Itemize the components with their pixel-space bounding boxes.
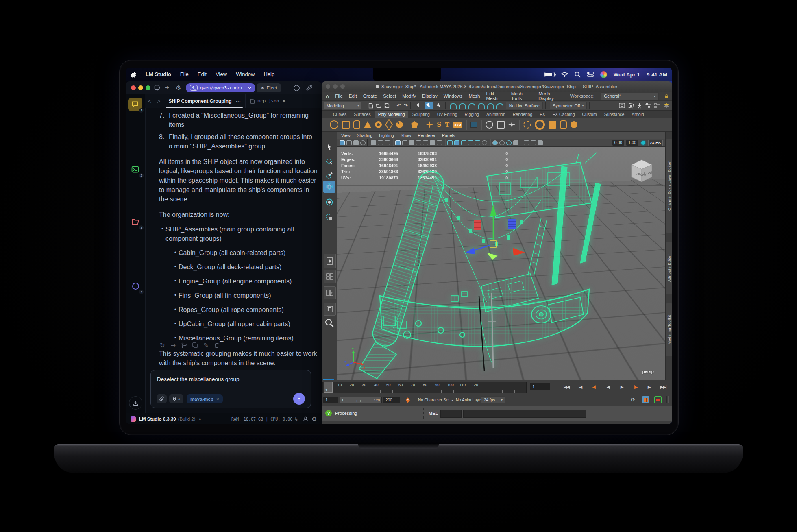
shelf-tab-poly-modeling[interactable]: Poly Modeling [375,111,408,118]
resolution-gate-icon[interactable] [409,140,414,145]
range-slider-handle[interactable]: 1⋮⋮120 [340,397,381,403]
menubar-item-edit[interactable]: Edit [198,68,207,81]
time-slider[interactable]: 0 10 20 30 40 50 60 70 80 90 100 110 120 [322,380,672,394]
layout-outliner-button[interactable] [324,303,336,316]
live-surface-field[interactable]: No Live Surface [506,102,543,109]
poly-torus-icon[interactable] [375,121,382,128]
maya-menu-file[interactable]: File [335,94,343,98]
poly-type-icon[interactable]: T [445,121,450,128]
mel-result-field[interactable] [463,410,586,418]
shelf-tab-arnold[interactable]: Arnold [628,111,647,118]
oversize-canvas-icon[interactable] [385,140,390,145]
move-tool[interactable] [323,181,335,193]
shelf-tab-uv-editing[interactable]: UV Editing [434,111,461,118]
character-icon[interactable] [637,103,642,109]
panel-menu-show[interactable]: Show [401,133,411,138]
maya-menu-windows[interactable]: Windows [444,94,463,98]
render-current-frame-icon[interactable] [628,103,634,109]
color-management-toggle-icon[interactable] [640,140,646,146]
helpline-divider[interactable] [423,408,424,419]
platonic-solid-icon[interactable] [411,121,418,128]
branch-icon[interactable] [181,342,187,348]
select-object-mode-icon[interactable] [425,102,433,109]
current-frame-field[interactable]: 1 [530,383,550,390]
menubar-item-file[interactable]: File [180,68,189,81]
new-scene-icon[interactable] [368,103,373,109]
chevron-up-icon[interactable]: ∧ [199,417,202,421]
step-forward-key-button[interactable]: |▶ [630,382,641,391]
tab-channel-box-layer-editor[interactable]: Channel Box / Layer Editor [666,139,672,233]
go-to-start-button[interactable]: |◀◀ [561,382,572,391]
layout-four-pane-button[interactable] [324,270,336,283]
playback-loop-icon[interactable]: ⟳ [631,397,635,403]
paint-select-tool[interactable] [323,169,335,181]
shadows-toggle-icon[interactable] [492,140,498,145]
menubar-item-help[interactable]: Help [263,68,274,81]
step-back-key-button[interactable]: ◀| [588,382,600,391]
tab-mcp-json[interactable]: mcp.json × [246,94,291,108]
sidebar-item-developer[interactable]: 2 [128,163,142,177]
scale-tool[interactable] [323,211,335,224]
shelf-tab-fx[interactable]: FX [536,111,548,118]
tab-menu-icon[interactable]: ⋯ [235,98,240,104]
tab-modeling-toolkit[interactable]: Modeling Toolkit [666,303,672,356]
mcp-plug-button[interactable]: ∧ [169,394,183,403]
isolate-select-icon[interactable] [524,140,529,145]
layout-single-pane-button[interactable] [324,254,336,268]
shelf-tab-rigging[interactable]: Rigging [461,111,482,118]
animation-start-field[interactable]: 1 [323,397,338,403]
maya-menu-mesh-display[interactable]: Mesh Display [538,91,564,101]
grid-toggle-icon[interactable] [395,140,401,145]
chat-input-field[interactable]: Deselect the miscellaneous group [157,376,240,382]
character-set-dropdown[interactable]: No Character Set [418,397,453,404]
menubar-app-icon[interactable] [600,71,607,78]
maya-menu-mesh[interactable]: Mesh [468,94,480,98]
settings-gear-icon[interactable]: ⚙ [311,416,317,422]
chip-close-icon[interactable]: × [216,397,219,401]
maya-menu-modify[interactable]: Modify [402,94,416,98]
2d-pan-zoom-icon[interactable] [378,140,383,145]
menubar-item-view[interactable]: View [216,68,227,81]
shelf-tab-rendering[interactable]: Rendering [510,111,536,118]
rotate-tool[interactable] [323,196,335,208]
model-selector-pill[interactable]: M_ qwen/qwen3-coder… [186,83,255,92]
maya-mcp-chip[interactable]: maya-mcp × [187,394,223,403]
wireframe-on-shaded-icon[interactable] [468,140,473,145]
select-camera-icon[interactable] [340,140,345,145]
nav-back-button[interactable]: < [145,98,154,105]
multi-cut-icon[interactable] [560,120,567,129]
step-forward-frame-button[interactable]: ▶| [644,382,655,391]
gate-mask-icon[interactable] [416,140,421,145]
animation-preferences-icon[interactable] [642,396,649,403]
panel-menu-view[interactable]: View [341,133,351,138]
undo-icon[interactable]: ↶ [396,102,401,109]
save-scene-icon[interactable] [384,103,390,108]
symmetry-dropdown[interactable]: Symmetry: Off [550,102,587,109]
safe-action-icon[interactable] [430,140,435,145]
new-chat-icon[interactable] [154,85,161,91]
quad-draw-icon[interactable] [549,121,556,129]
control-center-icon[interactable] [587,72,594,77]
sidebar-item-chat[interactable]: 1 [128,98,142,111]
shelf-tab-animation[interactable]: Animation [483,111,509,118]
snap-point-icon[interactable] [468,103,475,109]
go-to-end-button[interactable]: ▶▶| [658,382,669,391]
film-gate-icon[interactable] [402,140,407,145]
menubar-app-name[interactable]: LM Studio [146,68,171,81]
snap-view-plane-icon[interactable] [487,103,494,109]
lattice-icon[interactable] [523,121,531,129]
maya-menu-edit-mesh[interactable]: Edit Mesh [486,91,505,101]
step-back-frame-button[interactable]: |◀ [575,382,586,391]
sweep-mesh-icon[interactable] [426,121,433,128]
help-icon[interactable]: ? [325,410,332,416]
tab-ship-component-grouping[interactable]: SHIP Component Grouping ⋯ [163,94,246,108]
apple-logo-icon[interactable] [131,72,137,78]
poly-disc-icon[interactable] [396,121,403,128]
xray-icon[interactable] [531,140,536,145]
shelf-tab-sculpting[interactable]: Sculpting [409,111,433,118]
user-account-icon[interactable] [303,416,308,422]
timeline-playhead[interactable]: 1 [324,382,333,393]
layout-two-pane-button[interactable] [324,286,336,299]
snap-projected-center-icon[interactable] [478,103,485,109]
redo-icon[interactable]: ↷ [403,102,408,109]
